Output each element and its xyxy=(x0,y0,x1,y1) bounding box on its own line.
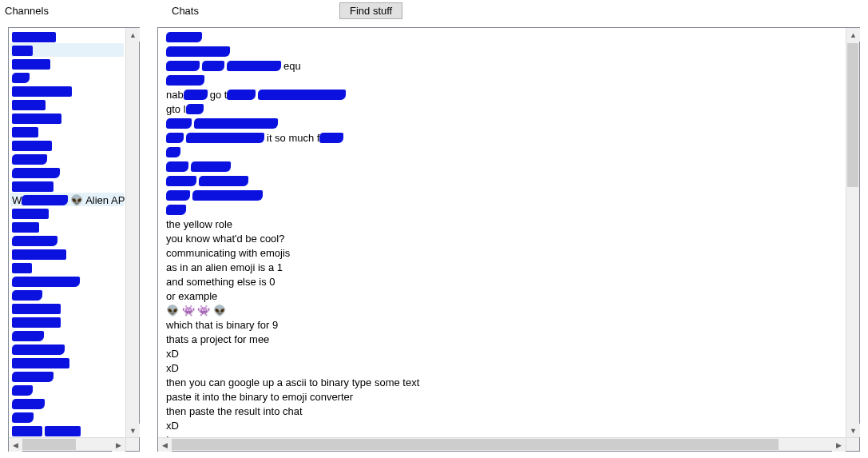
chats-v-thumb[interactable] xyxy=(847,43,858,187)
redacted-text xyxy=(194,118,278,129)
channel-item[interactable] xyxy=(10,247,124,261)
redacted-text xyxy=(12,59,50,70)
channel-item[interactable] xyxy=(10,261,124,274)
chat-line[interactable]: thats a project for mee xyxy=(160,332,844,346)
channels-header-label: Channels xyxy=(0,5,156,17)
channel-item[interactable] xyxy=(10,356,124,369)
redacted-text xyxy=(12,127,38,137)
chat-line[interactable]: which that is binary for 9 xyxy=(160,317,844,332)
channels-listbox[interactable]: W👽 Alien API 👽 ▲ ▼ ◀ ▶ xyxy=(8,27,140,452)
channel-item[interactable] xyxy=(10,57,124,70)
channels-horizontal-scrollbar[interactable]: ◀ ▶ xyxy=(9,437,125,451)
chat-text: which that is binary for 9 xyxy=(166,319,278,331)
channel-item[interactable] xyxy=(10,329,124,342)
redacted-text xyxy=(12,32,56,42)
channel-item[interactable] xyxy=(10,233,124,247)
chat-line[interactable] xyxy=(160,145,844,159)
channel-item[interactable] xyxy=(10,70,124,84)
channel-item[interactable] xyxy=(10,165,124,179)
channel-item[interactable] xyxy=(10,138,124,152)
channel-item[interactable] xyxy=(10,30,124,43)
scroll-up-arrow[interactable]: ▲ xyxy=(846,28,860,42)
chat-line[interactable]: as in an alien emoji is a 1 xyxy=(160,260,844,274)
chats-header-label: Chats xyxy=(156,5,339,17)
redacted-text xyxy=(12,412,34,423)
redacted-text xyxy=(184,90,208,100)
channel-item[interactable] xyxy=(10,152,124,165)
chat-line[interactable]: equ xyxy=(160,58,844,73)
channel-item[interactable] xyxy=(10,220,124,233)
chat-text: or example xyxy=(166,290,217,302)
channel-item[interactable] xyxy=(10,342,124,356)
channel-item[interactable] xyxy=(10,315,124,329)
redacted-text xyxy=(166,205,186,215)
channel-item[interactable] xyxy=(10,84,124,98)
chat-line[interactable]: it so much f xyxy=(160,130,844,145)
chat-line[interactable] xyxy=(160,173,844,188)
chats-horizontal-scrollbar[interactable]: ◀ ▶ xyxy=(158,437,846,451)
redacted-text xyxy=(45,426,81,436)
scroll-right-arrow[interactable]: ▶ xyxy=(832,438,846,452)
scroll-right-arrow[interactable]: ▶ xyxy=(112,438,125,452)
channel-item[interactable] xyxy=(10,369,124,383)
scroll-left-arrow[interactable]: ◀ xyxy=(9,438,22,452)
chat-line[interactable] xyxy=(160,44,844,58)
channel-item[interactable] xyxy=(10,179,124,193)
redacted-text xyxy=(12,73,30,83)
chat-text: then paste the result into chat xyxy=(166,405,303,417)
redacted-text xyxy=(202,61,224,71)
chat-line[interactable]: communicating with emojis xyxy=(160,245,844,260)
channel-item[interactable] xyxy=(10,206,124,220)
chat-text: then you can google up a ascii to binary… xyxy=(166,376,419,388)
chat-line[interactable] xyxy=(160,159,844,173)
chat-line[interactable] xyxy=(160,202,844,217)
channel-item[interactable] xyxy=(10,111,124,125)
redacted-text xyxy=(12,344,65,355)
chats-h-thumb[interactable] xyxy=(172,439,779,450)
channel-item[interactable] xyxy=(10,396,124,410)
channel-item[interactable] xyxy=(10,424,124,437)
redacted-text xyxy=(12,317,61,328)
scroll-left-arrow[interactable]: ◀ xyxy=(158,438,172,452)
chat-line[interactable] xyxy=(160,73,844,87)
channels-h-thumb[interactable] xyxy=(22,439,76,450)
channel-item[interactable]: W👽 Alien API 👽 xyxy=(10,193,124,206)
chat-line[interactable] xyxy=(160,30,844,44)
chat-line[interactable]: or example xyxy=(160,289,844,303)
redacted-text xyxy=(12,154,47,165)
channels-vertical-scrollbar[interactable]: ▲ ▼ xyxy=(125,28,139,437)
chats-listbox[interactable]: equnabgo tgto lit so much fthe yellow ro… xyxy=(157,27,860,452)
chat-line[interactable]: xD xyxy=(160,418,844,432)
chat-line[interactable]: xD xyxy=(160,360,844,375)
scroll-down-arrow[interactable]: ▼ xyxy=(846,424,860,437)
chat-line[interactable]: and something else is 0 xyxy=(160,274,844,289)
chat-line[interactable]: you know what'd be cool? xyxy=(160,231,844,245)
channel-item[interactable] xyxy=(10,301,124,315)
chat-line[interactable]: gto l xyxy=(160,102,844,116)
chat-line[interactable] xyxy=(160,188,844,202)
chat-line[interactable]: paste it into the binary to emoji conver… xyxy=(160,389,844,404)
channel-item[interactable] xyxy=(10,383,124,396)
scroll-corner xyxy=(846,437,859,451)
chat-line[interactable]: xD xyxy=(160,346,844,360)
channel-item[interactable] xyxy=(10,43,124,57)
find-stuff-button[interactable]: Find stuff xyxy=(339,2,402,19)
chat-line[interactable]: then you can google up a ascii to binary… xyxy=(160,375,844,389)
chat-line[interactable]: then paste the result into chat xyxy=(160,404,844,418)
channel-item[interactable] xyxy=(10,125,124,138)
scroll-down-arrow[interactable]: ▼ xyxy=(126,424,140,437)
redacted-text xyxy=(12,426,42,436)
chat-text: thats a project for mee xyxy=(166,333,269,345)
chat-line[interactable]: the yellow role xyxy=(160,217,844,231)
chat-line[interactable] xyxy=(160,116,844,130)
scroll-up-arrow[interactable]: ▲ xyxy=(126,28,140,42)
channel-item[interactable] xyxy=(10,98,124,111)
channel-item[interactable] xyxy=(10,288,124,301)
redacted-text xyxy=(12,249,66,260)
channel-item[interactable] xyxy=(10,274,124,288)
chat-line[interactable]: 👽 👾 👾 👽 xyxy=(160,303,844,317)
channel-item[interactable] xyxy=(10,410,124,424)
chat-line[interactable]: nabgo t xyxy=(160,87,844,102)
chats-vertical-scrollbar[interactable]: ▲ ▼ xyxy=(846,28,859,437)
redacted-text xyxy=(12,236,57,246)
